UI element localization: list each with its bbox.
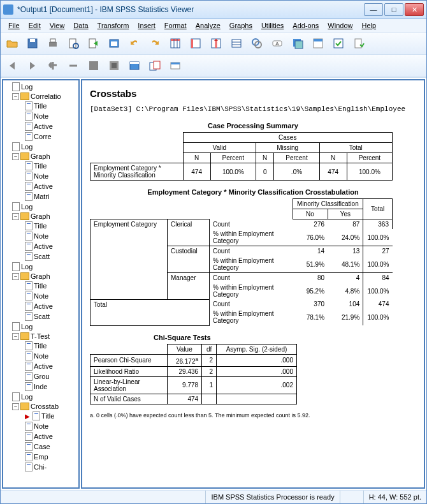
undo-icon[interactable] — [126, 34, 143, 52]
outline-item[interactable]: Note — [3, 171, 78, 181]
page-icon — [25, 352, 33, 360]
outline-log[interactable]: Log — [3, 392, 78, 402]
cps-title: Case Processing Summary — [90, 122, 416, 130]
open-icon[interactable] — [3, 34, 21, 52]
collapse-toggle-icon[interactable]: – — [12, 333, 19, 340]
menu-addons[interactable]: Add-ons — [289, 20, 322, 31]
menu-edit[interactable]: Edit — [25, 20, 45, 31]
outline-log[interactable]: Log — [3, 202, 78, 212]
demote-icon[interactable] — [64, 57, 82, 75]
crosstab-table[interactable]: Minority ClassificationTotal NoYes Emplo… — [90, 198, 393, 326]
menu-format[interactable]: Format — [161, 20, 191, 31]
outline-item[interactable]: Active — [3, 431, 78, 441]
expand-icon[interactable] — [85, 57, 103, 75]
outline-item[interactable]: Title — [3, 221, 78, 231]
page-icon — [25, 252, 33, 261]
menu-data[interactable]: Data — [69, 20, 92, 31]
collapse-toggle-icon[interactable]: – — [12, 153, 19, 160]
designate-window-icon[interactable] — [329, 34, 347, 52]
outline-item[interactable]: Note — [3, 421, 78, 431]
outline-log[interactable]: Log — [3, 82, 78, 92]
outline-item[interactable]: Note — [3, 351, 78, 361]
redo-icon[interactable] — [146, 34, 164, 52]
collapse-toggle-icon[interactable]: – — [12, 93, 19, 100]
outline-item[interactable]: Title — [3, 341, 78, 351]
insert-heading-icon[interactable] — [166, 57, 184, 75]
outline-item[interactable]: Note — [3, 231, 78, 241]
select-cases-icon[interactable] — [248, 34, 266, 52]
print-icon[interactable] — [44, 34, 62, 52]
menu-file[interactable]: File — [4, 20, 24, 31]
value-labels-icon[interactable]: A — [268, 34, 286, 52]
close-button[interactable]: ✕ — [405, 3, 424, 16]
outline-log[interactable]: Log — [3, 322, 78, 332]
menu-window[interactable]: Window — [324, 20, 356, 31]
show-icon[interactable] — [126, 57, 143, 75]
outline-item[interactable]: Grou — [3, 371, 78, 382]
menu-graphs[interactable]: Graphs — [226, 20, 256, 31]
back-icon[interactable] — [3, 57, 21, 75]
minimize-button[interactable]: — — [364, 3, 383, 16]
outline-item[interactable]: Title — [3, 161, 78, 171]
outline-item[interactable]: Emp — [3, 452, 78, 462]
show-all-variables-icon[interactable] — [309, 34, 327, 52]
use-variable-sets-icon[interactable] — [289, 34, 307, 52]
print-preview-icon[interactable] — [64, 34, 82, 52]
outline-item[interactable]: Active — [3, 181, 78, 191]
maximize-button[interactable]: □ — [384, 3, 403, 16]
outline-book[interactable]: –Graph — [3, 212, 78, 221]
outline-item[interactable]: Note — [3, 111, 78, 121]
forward-icon[interactable] — [24, 57, 41, 75]
cps-table[interactable]: Cases ValidMissingTotal NPercentNPercent… — [90, 132, 393, 181]
export-icon[interactable] — [85, 34, 103, 52]
outline-book[interactable]: –Graph — [3, 152, 78, 161]
log-icon — [12, 202, 20, 211]
outline-item[interactable]: Note — [3, 291, 78, 301]
chisq-table[interactable]: ValuedfAsymp. Sig. (2-sided) Pearson Chi… — [90, 344, 297, 404]
menu-insert[interactable]: Insert — [134, 20, 159, 31]
menu-utilities[interactable]: Utilities — [257, 20, 287, 31]
collapse-icon[interactable] — [105, 57, 123, 75]
outline-book[interactable]: –Correlatio — [3, 92, 78, 101]
menu-transform[interactable]: Transform — [94, 20, 133, 31]
menu-view[interactable]: View — [46, 20, 69, 31]
page-icon — [33, 411, 40, 420]
outline-item[interactable]: Matri — [3, 191, 78, 202]
outline-book[interactable]: –Graph — [3, 272, 78, 281]
collapse-toggle-icon[interactable]: – — [12, 213, 19, 220]
menubar: File Edit View Data Transform Insert For… — [1, 19, 426, 33]
promote-icon[interactable] — [44, 57, 62, 75]
variables-icon[interactable] — [228, 34, 245, 52]
outline-pane[interactable]: Log–CorrelatioTitleNoteActiveCorreLog–Gr… — [2, 79, 80, 489]
outline-item[interactable]: Scatt — [3, 311, 78, 322]
viewer-pane[interactable]: Crosstabs [DataSet3] C:\Program Files\IB… — [81, 79, 425, 489]
outline-log[interactable]: Log — [3, 142, 78, 152]
outline-book[interactable]: –T-Test — [3, 332, 78, 341]
outline-item[interactable]: Case — [3, 441, 78, 452]
recall-dialog-icon[interactable] — [105, 34, 123, 52]
hide-icon[interactable] — [146, 57, 164, 75]
save-icon[interactable] — [24, 34, 41, 52]
outline-book[interactable]: –Crosstab — [3, 402, 78, 411]
outline-item[interactable]: Corre — [3, 131, 78, 142]
outline-item[interactable]: Title — [3, 281, 78, 291]
outline-log[interactable]: Log — [3, 262, 78, 272]
outline-item[interactable]: Title — [3, 101, 78, 111]
outline-item[interactable]: Active — [3, 301, 78, 311]
outline-item[interactable]: ▶Title — [3, 411, 78, 421]
goto-data-icon[interactable] — [166, 34, 184, 52]
outline-item[interactable]: Inde — [3, 382, 78, 392]
goto-variable-icon[interactable] — [187, 34, 205, 52]
outline-item[interactable]: Chi- — [3, 462, 78, 472]
menu-help[interactable]: Help — [358, 20, 380, 31]
spell-check-icon[interactable] — [350, 34, 368, 52]
collapse-toggle-icon[interactable]: – — [12, 273, 19, 280]
outline-item[interactable]: Active — [3, 241, 78, 251]
goto-case-icon[interactable] — [207, 34, 225, 52]
svg-rect-14 — [191, 39, 193, 48]
outline-item[interactable]: Scatt — [3, 251, 78, 262]
outline-item[interactable]: Active — [3, 361, 78, 371]
outline-item[interactable]: Active — [3, 121, 78, 131]
collapse-toggle-icon[interactable]: – — [12, 403, 19, 410]
menu-analyze[interactable]: Analyze — [192, 20, 224, 31]
